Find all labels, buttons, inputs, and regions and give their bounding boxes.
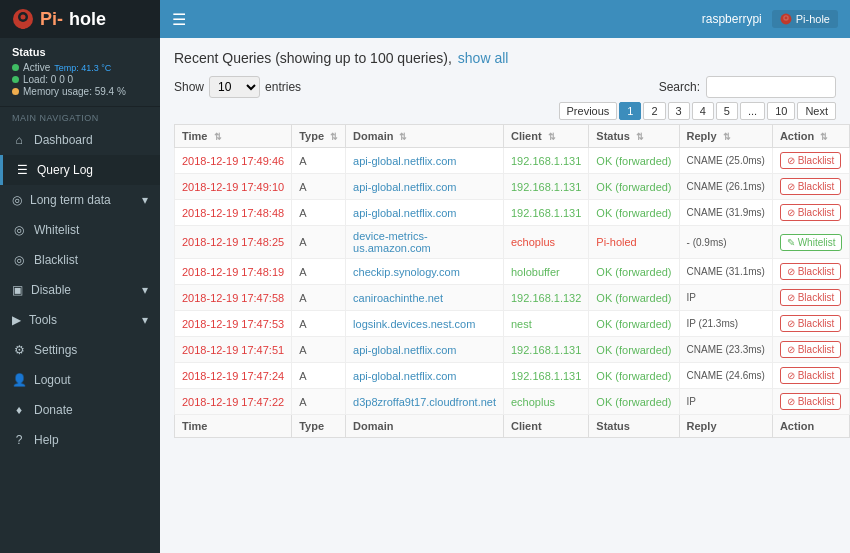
- domain-link[interactable]: checkip.synology.com: [353, 266, 460, 278]
- col-header-client[interactable]: Client ⇅: [503, 125, 588, 148]
- page-btn-3[interactable]: 3: [668, 102, 690, 120]
- sort-client-icon: ⇅: [548, 132, 556, 142]
- active-dot: [12, 64, 19, 71]
- search-label: Search:: [659, 80, 700, 94]
- memory-dot: [12, 88, 19, 95]
- show-all-link[interactable]: show all: [458, 50, 509, 66]
- cell-domain: checkip.synology.com: [346, 259, 504, 285]
- cell-time: 2018-12-19 17:47:51: [175, 337, 292, 363]
- sidebar-item-whitelist[interactable]: ◎ Whitelist: [0, 215, 160, 245]
- domain-link[interactable]: caniroachinthe.net: [353, 292, 443, 304]
- sidebar-item-disable[interactable]: ▣ Disable ▾: [0, 275, 160, 305]
- cell-type: A: [292, 389, 346, 415]
- status-title: Status: [12, 46, 148, 58]
- cell-reply: CNAME (31.1ms): [679, 259, 772, 285]
- col-header-domain[interactable]: Domain ⇅: [346, 125, 504, 148]
- blacklist-button[interactable]: ⊘ Blacklist: [780, 178, 841, 195]
- col-header-reply[interactable]: Reply ⇅: [679, 125, 772, 148]
- domain-link[interactable]: api-global.netflix.com: [353, 207, 456, 219]
- dashboard-label: Dashboard: [34, 133, 93, 147]
- blacklist-button[interactable]: ⊘ Blacklist: [780, 367, 841, 384]
- entries-select[interactable]: 10 25 50 100: [209, 76, 260, 98]
- longterm-icon: ◎: [12, 193, 22, 207]
- cell-type: A: [292, 148, 346, 174]
- hamburger-button[interactable]: ☰: [172, 10, 186, 29]
- page-btn-10[interactable]: 10: [767, 102, 795, 120]
- domain-link[interactable]: api-global.netflix.com: [353, 370, 456, 382]
- prev-button[interactable]: Previous: [559, 102, 618, 120]
- sidebar-item-query-log[interactable]: ☰ Query Log: [0, 155, 160, 185]
- nav-section-label: MAIN NAVIGATION: [0, 107, 160, 125]
- footer-time: Time: [175, 415, 292, 438]
- cell-time: 2018-12-19 17:49:46: [175, 148, 292, 174]
- blacklist-button[interactable]: ⊘ Blacklist: [780, 204, 841, 221]
- col-header-action[interactable]: Action ⇅: [772, 125, 850, 148]
- col-header-time[interactable]: Time ⇅: [175, 125, 292, 148]
- pihole-badge[interactable]: Pi-hole: [772, 10, 838, 28]
- sidebar-item-help[interactable]: ? Help: [0, 425, 160, 455]
- page-btn-5[interactable]: 5: [716, 102, 738, 120]
- footer-client: Client: [503, 415, 588, 438]
- page-header: Recent Queries (showing up to 100 querie…: [174, 50, 836, 66]
- sidebar-item-logout[interactable]: 👤 Logout: [0, 365, 160, 395]
- cell-type: A: [292, 200, 346, 226]
- help-icon: ?: [12, 433, 26, 447]
- show-label: Show: [174, 80, 204, 94]
- cell-client: echoplus: [503, 226, 588, 259]
- cell-domain: logsink.devices.nest.com: [346, 311, 504, 337]
- sidebar-item-long-term[interactable]: ◎ Long term data ▾: [0, 185, 160, 215]
- col-header-type[interactable]: Type ⇅: [292, 125, 346, 148]
- footer-type: Type: [292, 415, 346, 438]
- page-title: Recent Queries (showing up to 100 querie…: [174, 50, 452, 66]
- sidebar-item-dashboard[interactable]: ⌂ Dashboard: [0, 125, 160, 155]
- domain-link[interactable]: device-metrics-us.amazon.com: [353, 230, 431, 254]
- whitelist-label: Whitelist: [34, 223, 79, 237]
- topbar-right: raspberrypi Pi-hole: [702, 10, 838, 28]
- page-btn-4[interactable]: 4: [692, 102, 714, 120]
- cell-type: A: [292, 311, 346, 337]
- domain-link[interactable]: api-global.netflix.com: [353, 155, 456, 167]
- col-header-status[interactable]: Status ⇅: [589, 125, 679, 148]
- domain-link[interactable]: api-global.netflix.com: [353, 181, 456, 193]
- next-button[interactable]: Next: [797, 102, 836, 120]
- cell-time: 2018-12-19 17:47:24: [175, 363, 292, 389]
- domain-link[interactable]: logsink.devices.nest.com: [353, 318, 475, 330]
- page-btn-2[interactable]: 2: [643, 102, 665, 120]
- whitelist-button[interactable]: ✎ Whitelist: [780, 234, 843, 251]
- blacklist-button[interactable]: ⊘ Blacklist: [780, 393, 841, 410]
- table-row: 2018-12-19 17:47:58 A caniroachinthe.net…: [175, 285, 850, 311]
- cell-type: A: [292, 337, 346, 363]
- sort-action-icon: ⇅: [820, 132, 828, 142]
- cell-client: 192.168.1.131: [503, 148, 588, 174]
- blacklist-button[interactable]: ⊘ Blacklist: [780, 341, 841, 358]
- domain-link[interactable]: d3p8zroffa9t17.cloudfront.net: [353, 396, 496, 408]
- sort-status-icon: ⇅: [636, 132, 644, 142]
- sidebar: Pi-hole Status Active Temp: 41.3 °C Load…: [0, 0, 160, 553]
- sidebar-status: Status Active Temp: 41.3 °C Load: 0 0 0 …: [0, 38, 160, 107]
- cell-type: A: [292, 226, 346, 259]
- sidebar-item-donate[interactable]: ♦ Donate: [0, 395, 160, 425]
- search-input[interactable]: [706, 76, 836, 98]
- blacklist-button[interactable]: ⊘ Blacklist: [780, 315, 841, 332]
- cell-domain: api-global.netflix.com: [346, 337, 504, 363]
- blacklist-button[interactable]: ⊘ Blacklist: [780, 152, 841, 169]
- sort-time-icon: ⇅: [214, 132, 222, 142]
- chevron-down-icon2: ▾: [142, 283, 148, 297]
- blacklist-button[interactable]: ⊘ Blacklist: [780, 289, 841, 306]
- active-label: Active: [23, 62, 50, 73]
- pihole-logo-icon: [12, 8, 34, 30]
- sidebar-item-settings[interactable]: ⚙ Settings: [0, 335, 160, 365]
- donate-label: Donate: [34, 403, 73, 417]
- cell-type: A: [292, 285, 346, 311]
- content: Recent Queries (showing up to 100 querie…: [160, 38, 850, 553]
- cell-status: OK (forwarded): [589, 285, 679, 311]
- cell-action: ⊘ Blacklist: [772, 259, 850, 285]
- sidebar-item-blacklist[interactable]: ◎ Blacklist: [0, 245, 160, 275]
- blacklist-button[interactable]: ⊘ Blacklist: [780, 263, 841, 280]
- sort-reply-icon: ⇅: [723, 132, 731, 142]
- domain-link[interactable]: api-global.netflix.com: [353, 344, 456, 356]
- footer-status: Status: [589, 415, 679, 438]
- page-btn-1[interactable]: 1: [619, 102, 641, 120]
- sidebar-item-tools[interactable]: ▶ Tools ▾: [0, 305, 160, 335]
- donate-icon: ♦: [12, 403, 26, 417]
